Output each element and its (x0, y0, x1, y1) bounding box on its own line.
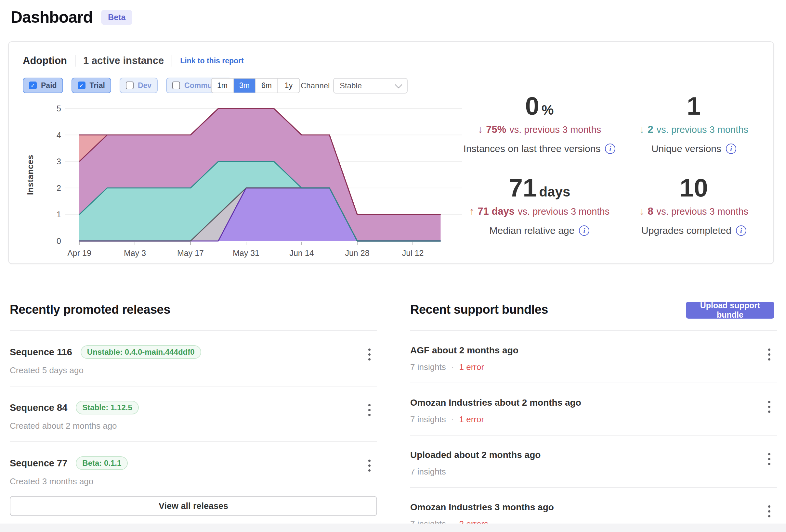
svg-text:May 3: May 3 (124, 248, 146, 258)
release-created: Created about 2 months ago (10, 421, 377, 431)
filter-dev-checkbox[interactable]: Dev (120, 78, 158, 93)
release-name: Sequence 84 (10, 403, 67, 413)
range-6m[interactable]: 6m (255, 79, 277, 93)
adoption-chart[interactable]: 012345Apr 19May 3May 17May 31Jun 14Jun 2… (9, 97, 467, 272)
checkbox-icon (126, 81, 134, 89)
stat-delta: ↑71 daysvs. previous 3 months (469, 205, 609, 217)
bundle-insights: 7 insights (410, 362, 446, 372)
svg-text:Apr 19: Apr 19 (67, 248, 91, 258)
svg-text:0: 0 (56, 237, 61, 245)
adoption-title: Adoption (23, 55, 67, 67)
svg-text:May 17: May 17 (177, 248, 204, 258)
dot-separator: · (451, 414, 454, 425)
svg-text:1: 1 (56, 210, 61, 219)
svg-text:Jun 28: Jun 28 (345, 248, 369, 258)
stat-delta: ↓8vs. previous 3 months (640, 205, 748, 217)
range-1m[interactable]: 1m (212, 79, 233, 93)
bundle-row: Omozan Industries about 2 months ago 7 i… (410, 383, 777, 436)
filter-trial-checkbox[interactable]: Trial (71, 78, 111, 93)
kebab-menu-icon[interactable] (766, 399, 772, 415)
bundle-title: Omozan Industries about 2 months ago (410, 397, 581, 408)
stat-instances-last-three-versions: 0% ↓75%vs. previous 3 months Instances o… (464, 93, 616, 175)
release-name: Sequence 116 (10, 347, 72, 358)
bundle-row: Uploaded about 2 months ago 7 insights· (410, 436, 777, 488)
bundle-row: AGF about 2 months ago 7 insights·1 erro… (410, 331, 777, 383)
kebab-menu-icon[interactable] (766, 346, 772, 362)
arrow-down-icon: ↓ (478, 124, 483, 136)
kebab-menu-icon[interactable] (366, 458, 372, 474)
adoption-card: Adoption 1 active instance Link to this … (8, 41, 774, 264)
stat-delta: ↓75%vs. previous 3 months (464, 124, 616, 136)
divider (171, 55, 172, 67)
page-bottom-strip (0, 524, 786, 532)
checkbox-icon (172, 81, 180, 89)
release-created: Created 3 months ago (10, 477, 377, 486)
release-row: Sequence 77Beta: 0.1.1 Created 3 months … (10, 442, 377, 498)
stat-unique-versions: 1 ↓2vs. previous 3 months Unique version… (640, 93, 748, 175)
release-version-badge: Unstable: 0.4.0-main.444ddf0 (80, 345, 201, 359)
info-icon[interactable]: i (579, 225, 590, 236)
support-bundles-list: AGF about 2 months ago 7 insights·1 erro… (410, 330, 777, 532)
adoption-header: Adoption 1 active instance Link to this … (23, 55, 244, 67)
range-3m[interactable]: 3m (233, 79, 255, 93)
bundle-errors: 1 error (459, 362, 484, 372)
beta-badge: Beta (101, 10, 132, 25)
view-all-releases-button[interactable]: View all releases (10, 496, 377, 516)
range-1y[interactable]: 1y (277, 79, 299, 93)
svg-text:Instances: Instances (26, 154, 35, 195)
channel-select[interactable]: Stable (333, 78, 408, 94)
chevron-down-icon (395, 81, 402, 88)
active-instance-count: 1 active instance (83, 55, 164, 67)
adoption-stats: 0% ↓75%vs. previous 3 months Instances o… (462, 93, 771, 236)
info-icon[interactable]: i (726, 144, 736, 154)
svg-text:4: 4 (56, 130, 61, 140)
release-name: Sequence 77 (10, 458, 67, 469)
upload-support-bundle-button[interactable]: Upload support bundle (686, 302, 774, 319)
stat-upgrades-completed: 10 ↓8vs. previous 3 months Upgrades comp… (640, 175, 748, 236)
svg-text:5: 5 (56, 104, 61, 113)
bundle-insights: 7 insights (410, 467, 446, 477)
link-to-report[interactable]: Link to this report (180, 56, 244, 65)
kebab-menu-icon[interactable] (366, 346, 372, 362)
release-row: Sequence 116Unstable: 0.4.0-main.444ddf0… (10, 331, 377, 387)
arrow-down-icon: ↓ (640, 124, 645, 136)
stat-median-relative-age: 71days ↑71 daysvs. previous 3 months Med… (469, 175, 609, 236)
bundle-insights: 7 insights (410, 414, 446, 425)
releases-heading: Recently promoted releases (10, 303, 170, 317)
channel-label: Channel (301, 81, 330, 90)
release-created: Created 5 days ago (10, 365, 377, 376)
bundle-title: Omozan Industries 3 months ago (410, 502, 554, 512)
page-title: Dashboard (11, 8, 93, 27)
stat-delta: ↓2vs. previous 3 months (640, 124, 748, 136)
releases-list: Sequence 116Unstable: 0.4.0-main.444ddf0… (10, 330, 377, 498)
arrow-down-icon: ↓ (640, 205, 645, 217)
svg-text:Jun 14: Jun 14 (289, 248, 314, 258)
bundle-title: Uploaded about 2 months ago (410, 450, 540, 460)
divider (75, 55, 75, 67)
svg-text:2: 2 (56, 184, 61, 193)
kebab-menu-icon[interactable] (766, 451, 772, 467)
bundle-errors: 1 error (459, 414, 484, 425)
checkbox-icon (78, 81, 86, 89)
checkbox-icon (29, 81, 37, 89)
svg-text:Jul 12: Jul 12 (402, 248, 424, 258)
release-version-badge: Beta: 0.1.1 (76, 456, 128, 470)
info-icon[interactable]: i (736, 225, 746, 236)
bundle-title: AGF about 2 months ago (410, 345, 518, 356)
bundles-heading: Recent support bundles (410, 303, 548, 317)
kebab-menu-icon[interactable] (366, 402, 372, 418)
svg-text:May 31: May 31 (233, 248, 259, 258)
release-version-badge: Stable: 1.12.5 (76, 401, 138, 414)
license-filters: Paid Trial Dev Community (23, 78, 232, 93)
page-header: Dashboard Beta (11, 8, 132, 27)
arrow-up-icon: ↑ (469, 205, 475, 217)
dot-separator: · (451, 362, 454, 372)
filter-paid-checkbox[interactable]: Paid (23, 78, 63, 93)
info-icon[interactable]: i (605, 144, 615, 154)
release-row: Sequence 84Stable: 1.12.5 Created about … (10, 387, 377, 442)
svg-text:3: 3 (56, 157, 61, 166)
time-range-selector: 1m 3m 6m 1y (211, 78, 300, 93)
kebab-menu-icon[interactable] (766, 503, 772, 519)
